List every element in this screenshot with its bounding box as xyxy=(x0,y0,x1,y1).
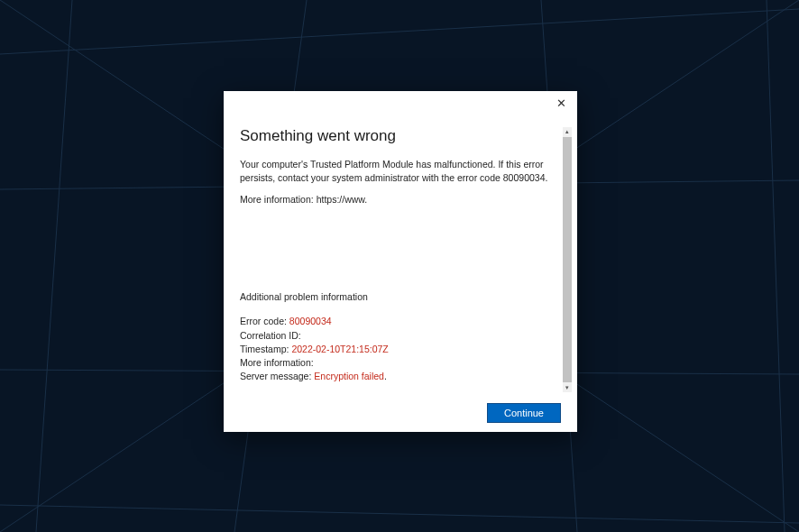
correlation-id-line: Correlation ID: xyxy=(240,329,557,343)
error-code-label: Error code: xyxy=(240,316,289,326)
continue-button[interactable]: Continue xyxy=(487,403,561,423)
content-spacer xyxy=(240,214,557,291)
svg-line-3 xyxy=(0,505,799,523)
correlation-label: Correlation ID: xyxy=(240,330,301,341)
close-icon: ✕ xyxy=(556,97,566,109)
dialog-button-row: Continue xyxy=(487,403,561,423)
timestamp-value: 2022-02-10T21:15:07Z xyxy=(291,344,388,354)
more-information-line: More information: https://www. xyxy=(240,194,557,205)
svg-line-7 xyxy=(767,0,785,532)
error-code-value: 80090034 xyxy=(289,316,332,326)
server-msg-value: Encryption failed xyxy=(314,371,384,381)
dialog-heading: Something went wrong xyxy=(240,127,557,145)
scroll-thumb[interactable] xyxy=(563,137,572,382)
detail-more-info-label: More information: xyxy=(240,357,314,368)
error-code-line: Error code: 80090034 xyxy=(240,315,557,328)
error-dialog: ✕ Something went wrong Your computer's T… xyxy=(224,91,577,432)
server-msg-suffix: . xyxy=(384,371,387,381)
scroll-up-arrow-icon[interactable]: ▴ xyxy=(563,127,572,136)
svg-line-4 xyxy=(36,0,72,532)
server-msg-label: Server message: xyxy=(240,371,314,381)
dialog-description: Your computer's Trusted Platform Module … xyxy=(240,158,557,185)
scroll-content: Something went wrong Your computer's Tru… xyxy=(240,122,557,398)
detail-more-info-line: More information: xyxy=(240,356,557,370)
close-button[interactable]: ✕ xyxy=(552,94,570,112)
timestamp-label: Timestamp: xyxy=(240,344,291,354)
svg-line-0 xyxy=(0,9,799,54)
vertical-scrollbar[interactable]: ▴ ▾ xyxy=(563,127,572,392)
dialog-content: Something went wrong Your computer's Tru… xyxy=(224,115,577,432)
scroll-down-arrow-icon[interactable]: ▾ xyxy=(563,383,572,392)
server-message-line: Server message: Encryption failed. xyxy=(240,370,557,383)
more-info-label: More information: xyxy=(240,194,317,205)
timestamp-line: Timestamp: 2022-02-10T21:15:07Z xyxy=(240,343,557,356)
additional-info-header: Additional problem information xyxy=(240,291,557,302)
more-info-link[interactable]: https://www. xyxy=(317,194,368,205)
dialog-titlebar: ✕ xyxy=(224,91,577,115)
